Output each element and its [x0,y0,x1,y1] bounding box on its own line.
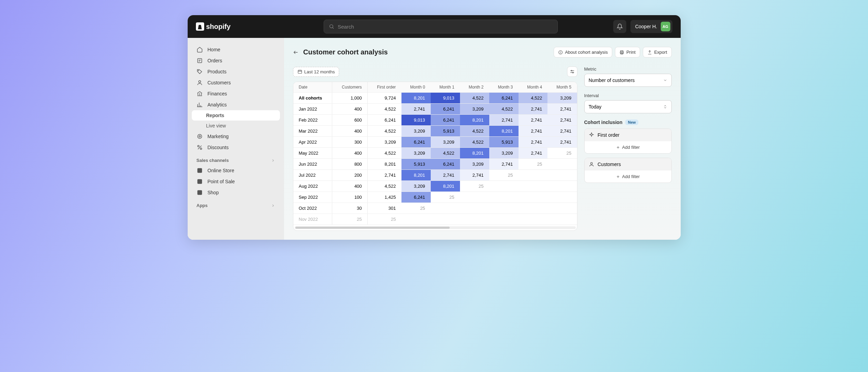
sidebar-item-discounts[interactable]: Discounts [192,142,280,153]
svg-point-6 [199,136,200,137]
home-icon [197,46,203,53]
table-row[interactable]: Sep 20221001,4256,24125 [293,192,577,203]
table-row[interactable]: Jan 20224004,5222,7416,2413,2094,5222,74… [293,104,577,115]
add-filter-first-order[interactable]: Add filter [585,141,671,153]
sidebar-item-finances[interactable]: Finances [192,88,280,99]
logo-text: shopify [206,23,231,31]
chevron-updown-icon [663,105,667,109]
page-title: Customer cohort analysis [303,48,388,56]
table-settings-button[interactable] [567,66,577,77]
sidebar-item-customers[interactable]: Customers [192,77,280,88]
cohort-inclusion-title: Cohort inclusionNew [584,120,672,125]
app-window: shopify Search Cooper H. AG Home Orders … [188,15,681,240]
user-menu-button[interactable]: Cooper H. AG [630,20,672,33]
info-icon [558,50,563,55]
svg-rect-10 [197,168,202,173]
sidebar-item-products[interactable]: Products [192,66,280,77]
about-button[interactable]: About cohort analysis [554,47,612,58]
search-icon [329,24,334,29]
person-icon [197,80,203,86]
table-scroll[interactable]: DateCustomersFirst orderMonth 0Month 1Mo… [293,82,577,225]
date-range-button[interactable]: Last 12 months [293,67,339,77]
table-row[interactable]: Feb 20226006,2419,0136,2418,2012,7412,74… [293,115,577,126]
interval-label: Interval [584,93,672,98]
export-button[interactable]: Export [643,47,672,58]
table-row[interactable]: May 20224004,5223,2094,5228,2013,2092,74… [293,148,577,159]
search-input[interactable]: Search [324,20,558,33]
top-right: Cooper H. AG [613,20,672,33]
horizontal-scrollbar[interactable] [295,226,576,229]
column-header: Month 5 [547,82,577,93]
printer-icon [619,50,624,55]
sliders-icon [569,69,575,74]
table-row[interactable]: Apr 20223003,2096,2413,2094,5225,9132,74… [293,137,577,148]
sidebar-item-reports[interactable]: Reports [192,110,280,121]
tag-icon [197,69,203,75]
sidebar-item-online-store[interactable]: Online Store [192,165,280,176]
column-header: First order [367,82,401,93]
logo-mark-icon [196,22,204,31]
content: Customer cohort analysis About cohort an… [284,38,681,240]
table-row[interactable]: Jul 20222002,7418,2012,7412,74125 [293,170,577,181]
orders-icon [197,58,203,64]
table-row[interactable]: Nov 20222525 [293,214,577,225]
sidebar-item-orders[interactable]: Orders [192,55,280,66]
right-panel: Metric Number of customers Interval Toda… [584,66,672,231]
table-row[interactable]: Aug 20224004,5223,2098,20125 [293,181,577,192]
sidebar-item-shop[interactable]: Shop [192,187,280,198]
add-filter-customers[interactable]: Add filter [585,170,671,183]
new-badge: New [625,120,639,125]
svg-point-8 [200,148,202,150]
filter-card-customers: Customers Add filter [584,158,672,183]
pos-icon [197,178,203,185]
chevron-right-icon [271,204,275,208]
sidebar-item-live-view[interactable]: Live view [192,121,280,131]
sparkle-icon [589,132,594,138]
chart-icon [197,102,203,108]
print-button[interactable]: Print [615,47,640,58]
upload-icon [647,50,652,55]
interval-select[interactable]: Today [584,100,672,113]
notifications-button[interactable] [613,20,626,33]
column-header: Month 0 [401,82,431,93]
svg-rect-2 [198,59,202,63]
bank-icon [197,91,203,97]
bell-icon [617,23,623,30]
metric-label: Metric [584,66,672,72]
column-header: Month 1 [431,82,460,93]
sidebar-item-marketing[interactable]: Marketing [192,131,280,142]
sidebar-section-sales-channels[interactable]: Sales channels [192,153,280,165]
user-name: Cooper H. [635,24,657,29]
shop-icon [197,189,203,196]
column-header: Month 3 [489,82,519,93]
table-row[interactable]: Mar 20224004,5223,2095,9134,5228,2012,74… [293,126,577,137]
target-icon [197,133,203,140]
arrow-left-icon [293,50,299,55]
header-actions: About cohort analysis Print Export [554,47,672,58]
sidebar-item-analytics[interactable]: Analytics [192,99,280,110]
person-icon [589,162,594,167]
sidebar-item-home[interactable]: Home [192,44,280,55]
sidebar-item-pos[interactable]: Point of Sale [192,176,280,187]
table-row[interactable]: Oct 20223030125 [293,203,577,214]
svg-line-1 [333,28,334,29]
top-bar: shopify Search Cooper H. AG [188,15,681,38]
svg-point-30 [590,163,592,164]
page-header: Customer cohort analysis About cohort an… [293,47,672,58]
metric-select[interactable]: Number of customers [584,74,672,87]
store-icon [197,167,203,174]
filter-card-first-order: First order Add filter [584,128,672,154]
filter-head-first-order: First order [585,129,671,141]
table-row[interactable]: Jun 20228008,2015,9136,2413,2092,74125 [293,159,577,170]
svg-point-26 [571,70,572,71]
search-wrap: Search [324,20,558,33]
filter-head-customers: Customers [585,158,671,170]
sidebar-section-apps[interactable]: Apps [192,198,280,210]
table-panel: Last 12 months DateCustomersFirst orderM… [293,66,577,231]
svg-rect-11 [197,179,202,184]
table-row[interactable]: All cohorts1,0009,7248,2019,0134,5226,24… [293,93,577,104]
back-button[interactable] [293,50,299,55]
svg-point-5 [198,134,202,138]
column-header: Customers [332,82,368,93]
calendar-icon [297,69,302,74]
